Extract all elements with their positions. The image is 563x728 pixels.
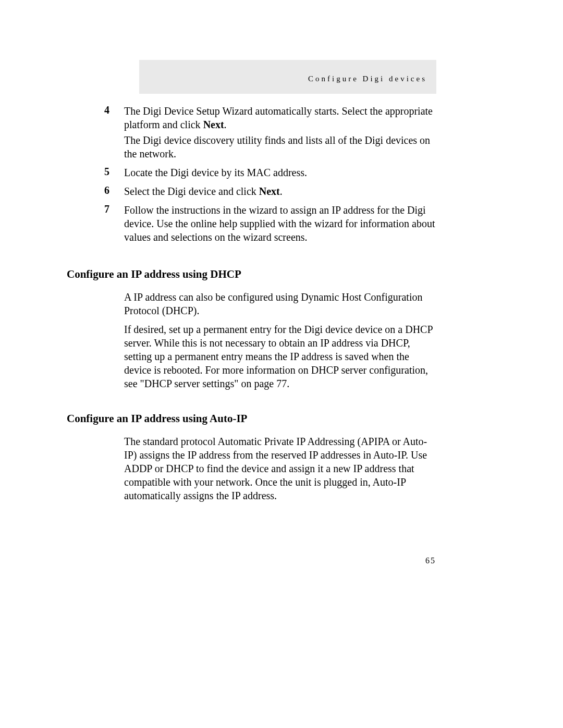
numbered-step: 5 Locate the Digi device by its MAC addr… — [67, 166, 436, 181]
step-number: 4 — [67, 104, 124, 116]
section-heading-dhcp: Configure an IP address using DHCP — [67, 268, 436, 281]
step-number: 7 — [67, 203, 124, 215]
page-number: 65 — [425, 556, 436, 565]
numbered-step: 4 The Digi Device Setup Wizard automatic… — [67, 104, 436, 163]
step-text: Locate the Digi device by its MAC addres… — [124, 167, 307, 178]
step-text-after: . — [224, 119, 227, 130]
step-bold: Next — [259, 186, 280, 197]
step-paragraph: The Digi Device Setup Wizard automatical… — [124, 104, 436, 131]
numbered-step: 6 Select the Digi device and click Next. — [67, 184, 436, 200]
running-title: Configure Digi devices — [308, 75, 427, 83]
section-paragraph: If desired, set up a permanent entry for… — [124, 323, 436, 390]
step-number: 5 — [67, 166, 124, 178]
section-body: A IP address can also be configured usin… — [124, 290, 436, 390]
step-bold: Next — [203, 119, 224, 130]
step-text: The Digi device discovery utility finds … — [124, 134, 430, 159]
section-body: The standard protocol Automatic Private … — [124, 435, 436, 502]
section-heading-autoip: Configure an IP address using Auto-IP — [67, 412, 436, 425]
step-text: Select the Digi device and click — [124, 186, 259, 197]
step-text: The Digi Device Setup Wizard automatical… — [124, 105, 433, 130]
step-text-after: . — [280, 186, 283, 197]
step-paragraph: Follow the instructions in the wizard to… — [124, 203, 436, 244]
step-number: 6 — [67, 184, 124, 196]
step-text: Follow the instructions in the wizard to… — [124, 204, 435, 243]
step-body: Locate the Digi device by its MAC addres… — [124, 166, 436, 181]
step-body: Follow the instructions in the wizard to… — [124, 203, 436, 246]
step-body: Select the Digi device and click Next. — [124, 184, 436, 200]
step-paragraph: The Digi device discovery utility finds … — [124, 133, 436, 161]
step-body: The Digi Device Setup Wizard automatical… — [124, 104, 436, 163]
step-paragraph: Select the Digi device and click Next. — [124, 184, 436, 198]
numbered-step: 7 Follow the instructions in the wizard … — [67, 203, 436, 246]
section-paragraph: A IP address can also be configured usin… — [124, 290, 436, 317]
section-paragraph: The standard protocol Automatic Private … — [124, 435, 436, 502]
page: Configure Digi devices 4 The Digi Device… — [0, 0, 563, 728]
step-paragraph: Locate the Digi device by its MAC addres… — [124, 166, 436, 179]
content-area: 4 The Digi Device Setup Wizard automatic… — [67, 104, 436, 508]
header-band: Configure Digi devices — [139, 60, 436, 94]
